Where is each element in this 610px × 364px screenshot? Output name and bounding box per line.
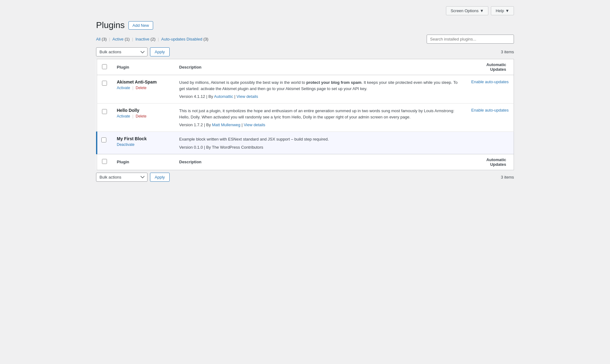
- row-checkbox-cell: [97, 132, 112, 154]
- plugin-meta: Version 4.1.12 | By Automattic | View de…: [179, 94, 460, 99]
- col-description-header: Description: [174, 59, 465, 75]
- col-auto-updates-footer: Automatic Updates: [465, 154, 514, 170]
- filter-inactive-count: (2): [151, 37, 156, 41]
- table-header-row: Plugin Description Automatic Updates: [97, 59, 514, 75]
- help-button[interactable]: Help ▼: [491, 6, 514, 15]
- col-auto-updates-header: Automatic Updates: [465, 59, 514, 75]
- filter-active[interactable]: Active: [113, 37, 123, 41]
- plugin-name: Hello Dolly: [117, 108, 169, 113]
- chevron-down-icon: ▼: [480, 8, 484, 13]
- table-footer-row: Plugin Description Automatic Updates: [97, 154, 514, 170]
- plugin-action-deactivate[interactable]: Deactivate: [117, 142, 135, 147]
- items-count-top: 3 items: [501, 50, 514, 54]
- action-separator: |: [131, 114, 134, 118]
- plugin-name-cell: Hello DollyActivate | Delete: [112, 103, 174, 132]
- plugin-actions: Activate | Delete: [117, 114, 169, 118]
- plugin-meta: Version 1.7.2 | By Matt Mullenweg | View…: [179, 122, 460, 127]
- chevron-down-icon: ▼: [505, 8, 509, 13]
- select-all-header: [97, 59, 112, 75]
- filter-links: All (3) | Active (1) | Inactive (2) | Au…: [96, 37, 208, 41]
- col-plugin-header: Plugin: [112, 59, 174, 75]
- plugin-description: This is not just a plugin, it symbolizes…: [179, 108, 460, 120]
- bulk-actions-select-bottom[interactable]: Bulk actions Activate Deactivate Delete …: [96, 173, 148, 182]
- plugins-table: Plugin Description Automatic Updates Aki…: [96, 59, 514, 170]
- row-checkbox-cell: [97, 103, 112, 132]
- filter-auto-updates-count: (3): [203, 37, 208, 41]
- plugin-view-details-link[interactable]: View details: [244, 122, 265, 127]
- table-row: My First BlockDeactivateExample block wr…: [97, 132, 514, 154]
- plugin-action-activate[interactable]: Activate: [117, 86, 130, 90]
- row-checkbox[interactable]: [101, 137, 106, 142]
- plugin-meta: Version 0.1.0 | By The WordPress Contrib…: [179, 145, 460, 150]
- plugin-author-link[interactable]: Automattic: [214, 94, 233, 99]
- plugin-name-cell: Akismet Anti-SpamActivate | Delete: [112, 75, 174, 103]
- apply-button-bottom[interactable]: Apply: [150, 173, 170, 182]
- plugin-name: My First Block: [117, 136, 169, 141]
- search-input[interactable]: [427, 35, 514, 44]
- filter-auto-updates-disabled[interactable]: Auto-updates Disabled: [161, 37, 202, 41]
- table-row: Hello DollyActivate | DeleteThis is not …: [97, 103, 514, 132]
- screen-options-label: Screen Options: [451, 8, 479, 13]
- add-new-button[interactable]: Add New: [128, 21, 153, 30]
- table-row: Akismet Anti-SpamActivate | DeleteUsed b…: [97, 75, 514, 103]
- col-plugin-footer: Plugin: [112, 154, 174, 170]
- screen-options-button[interactable]: Screen Options ▼: [446, 6, 488, 15]
- filter-all[interactable]: All: [96, 37, 100, 41]
- select-all-checkbox-footer[interactable]: [102, 159, 107, 164]
- enable-auto-update-link[interactable]: Enable auto-updates: [471, 108, 509, 113]
- plugin-author-link[interactable]: Matt Mullenweg: [212, 122, 240, 127]
- plugin-action-activate[interactable]: Activate: [117, 114, 130, 118]
- plugin-action-delete[interactable]: Delete: [136, 114, 147, 118]
- col-description-footer: Description: [174, 154, 465, 170]
- plugin-description-cell: Example block written with ESNext standa…: [174, 132, 465, 154]
- select-all-checkbox[interactable]: [102, 64, 107, 69]
- plugin-description: Example block written with ESNext standa…: [179, 136, 460, 142]
- filter-inactive[interactable]: Inactive: [135, 37, 149, 41]
- apply-button-top[interactable]: Apply: [150, 47, 170, 56]
- plugin-description-cell: Used by millions, Akismet is quite possi…: [174, 75, 465, 103]
- plugin-description-cell: This is not just a plugin, it symbolizes…: [174, 103, 465, 132]
- plugin-name-cell: My First BlockDeactivate: [112, 132, 174, 154]
- plugin-description: Used by millions, Akismet is quite possi…: [179, 79, 460, 92]
- action-separator: |: [131, 86, 134, 90]
- filter-all-count: (3): [102, 37, 107, 41]
- help-label: Help: [496, 8, 504, 13]
- row-checkbox-cell: [97, 75, 112, 103]
- items-count-bottom: 3 items: [501, 175, 514, 180]
- plugin-actions: Deactivate: [117, 142, 169, 147]
- plugin-actions: Activate | Delete: [117, 86, 169, 90]
- plugin-view-details-link[interactable]: View details: [236, 94, 258, 99]
- page-title: Plugins: [96, 20, 125, 30]
- plugin-action-delete[interactable]: Delete: [136, 86, 147, 90]
- enable-auto-update-link[interactable]: Enable auto-updates: [471, 79, 509, 84]
- bulk-actions-select-top[interactable]: Bulk actions Activate Deactivate Delete …: [96, 47, 148, 56]
- plugin-name: Akismet Anti-Spam: [117, 79, 169, 84]
- row-checkbox[interactable]: [102, 109, 107, 114]
- filter-active-count: (1): [125, 37, 130, 41]
- plugin-auto-update-cell: Enable auto-updates: [465, 103, 514, 132]
- plugin-auto-update-cell: [465, 132, 514, 154]
- row-checkbox[interactable]: [102, 81, 107, 86]
- select-all-footer: [97, 154, 112, 170]
- plugin-auto-update-cell: Enable auto-updates: [465, 75, 514, 103]
